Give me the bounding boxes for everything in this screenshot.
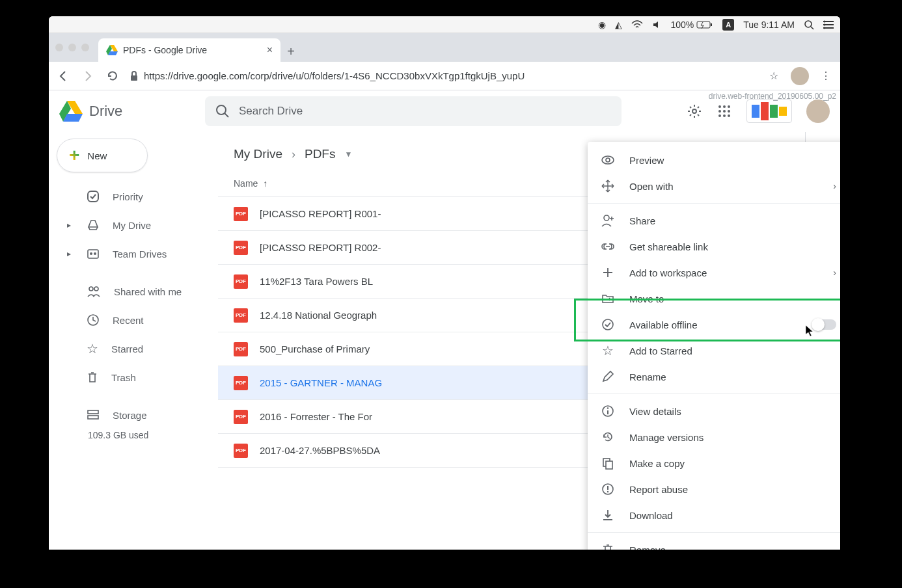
- svg-point-41: [604, 215, 609, 220]
- screen-record-icon: ◉: [598, 20, 606, 30]
- browser-tab[interactable]: PDFs - Google Drive ×: [98, 38, 280, 62]
- trash-icon: [601, 542, 615, 550]
- file-name: [PICASSO REPORT] R002-: [260, 242, 381, 253]
- ctx-move-to[interactable]: Move to: [588, 286, 840, 312]
- window-traffic-lights[interactable]: [55, 44, 89, 51]
- mac-menubar: ◉ ◭ 100% A Tue 9:11 AM: [49, 16, 840, 33]
- breadcrumb-dropdown-icon[interactable]: ▼: [344, 150, 352, 159]
- sidebar-item-mydrive[interactable]: ▸ My Drive: [57, 211, 213, 239]
- sidebar: + New Priority ▸ My Drive ▸ Team Drives: [49, 132, 218, 550]
- recent-icon: [87, 314, 100, 327]
- brand-tiles[interactable]: [746, 100, 792, 123]
- ctx-open-with[interactable]: Open with›: [588, 173, 840, 199]
- url-field[interactable]: https://drive.google.com/corp/drive/u/0/…: [130, 70, 757, 81]
- spotlight-icon[interactable]: [804, 20, 814, 30]
- svg-rect-0: [697, 21, 710, 28]
- sidebar-item-storage[interactable]: Storage: [57, 401, 213, 429]
- sidebar-item-shared[interactable]: Shared with me: [57, 278, 213, 305]
- sidebar-item-recent[interactable]: Recent: [57, 306, 213, 334]
- trash-icon: [87, 371, 98, 384]
- ctx-add-to-starred[interactable]: ☆Add to Starred: [588, 338, 840, 364]
- breadcrumb-root[interactable]: My Drive: [234, 147, 282, 161]
- apps-grid-icon[interactable]: [717, 103, 732, 119]
- pdf-icon: PDF: [234, 376, 248, 390]
- pdf-icon: PDF: [234, 410, 248, 424]
- ctx-add-to-workspace[interactable]: Add to workspace›: [588, 260, 840, 286]
- reload-button[interactable]: [105, 68, 120, 84]
- svg-rect-30: [88, 410, 98, 414]
- chevron-right-icon: ›: [292, 148, 295, 161]
- browser-tab-strip: PDFs - Google Drive × +: [49, 33, 840, 62]
- account-avatar[interactable]: [806, 100, 830, 123]
- svg-point-9: [824, 27, 826, 29]
- alert-icon: [601, 482, 615, 496]
- svg-point-27: [89, 287, 93, 291]
- svg-point-17: [718, 110, 721, 113]
- new-button[interactable]: + New: [57, 139, 148, 172]
- battery-status: 100%: [670, 20, 713, 30]
- breadcrumb-current[interactable]: PDFs: [305, 147, 336, 161]
- teamdrives-icon: [87, 247, 100, 260]
- cursor-icon: [805, 325, 814, 338]
- ctx-download[interactable]: Download: [588, 502, 840, 528]
- pdf-icon: PDF: [234, 308, 248, 323]
- file-name: 2017-04-27.%5BPBS%5DA: [260, 445, 380, 456]
- ctx-get-shareable-link[interactable]: Get shareable link: [588, 234, 840, 260]
- chevron-right-icon: ›: [833, 181, 836, 191]
- file-name: 2015 - GARTNER - MANAG: [260, 377, 382, 388]
- bookmark-star-icon[interactable]: ☆: [766, 68, 782, 84]
- folder-arrow-icon: [601, 291, 615, 306]
- sidebar-item-priority[interactable]: Priority: [57, 183, 213, 210]
- svg-point-45: [607, 407, 608, 408]
- svg-point-50: [607, 491, 608, 492]
- svg-point-8: [824, 23, 826, 25]
- search-input[interactable]: Search Drive: [205, 96, 622, 126]
- svg-point-7: [824, 20, 826, 22]
- sidebar-item-teamdrives[interactable]: ▸ Team Drives: [57, 240, 213, 267]
- pencil-icon: [601, 369, 615, 384]
- offline-toggle[interactable]: [813, 319, 836, 330]
- ctx-report-abuse[interactable]: Report abuse: [588, 476, 840, 502]
- ctx-preview[interactable]: Preview: [588, 147, 840, 173]
- file-name: [PICASSO REPORT] R001-: [260, 208, 381, 219]
- svg-rect-10: [131, 75, 137, 81]
- chevron-right-icon: ›: [833, 267, 836, 278]
- pdf-icon: PDF: [234, 444, 248, 458]
- file-name: 500_Purchase of Primary: [260, 343, 370, 354]
- ctx-manage-versions[interactable]: Manage versions: [588, 424, 840, 450]
- ctx-view-details[interactable]: View details: [588, 398, 840, 424]
- ctx-share[interactable]: Share: [588, 207, 840, 234]
- browser-profile-avatar[interactable]: [791, 67, 809, 85]
- ctx-make-a-copy[interactable]: Make a copy: [588, 450, 840, 476]
- mydrive-icon: [87, 219, 100, 232]
- svg-point-18: [723, 110, 726, 113]
- ctx-rename[interactable]: Rename: [588, 364, 840, 390]
- dropbox-icon: ◭: [615, 20, 622, 30]
- browser-menu-icon[interactable]: ⋮: [818, 68, 834, 84]
- menu-list-icon[interactable]: [823, 20, 834, 29]
- svg-point-19: [728, 110, 730, 113]
- tab-title: PDFs - Google Drive: [123, 45, 207, 55]
- sidebar-item-trash[interactable]: Trash: [57, 364, 213, 391]
- forward-button[interactable]: [80, 68, 96, 84]
- svg-point-42: [603, 319, 613, 330]
- storage-used-label: 109.3 GB used: [57, 430, 213, 440]
- info-icon: [601, 404, 615, 418]
- back-button[interactable]: [55, 68, 71, 84]
- svg-point-25: [90, 252, 92, 255]
- sidebar-item-starred[interactable]: ☆ Starred: [57, 335, 213, 362]
- ctx-available-offline[interactable]: Available offline: [588, 312, 840, 338]
- drive-logo[interactable]: Drive: [59, 101, 196, 122]
- tab-close-icon[interactable]: ×: [267, 44, 273, 56]
- svg-point-28: [94, 287, 98, 291]
- ctx-remove[interactable]: Remove: [588, 537, 840, 550]
- clock: Tue 9:11 AM: [743, 20, 795, 30]
- svg-rect-47: [606, 461, 612, 469]
- build-version-label: drive.web-frontend_20190605.00_p2: [709, 92, 836, 101]
- settings-gear-icon[interactable]: [687, 103, 702, 119]
- search-placeholder: Search Drive: [239, 105, 303, 118]
- new-tab-button[interactable]: +: [280, 41, 301, 62]
- pdf-icon: PDF: [234, 207, 248, 221]
- svg-point-26: [94, 252, 96, 255]
- svg-rect-24: [88, 250, 98, 258]
